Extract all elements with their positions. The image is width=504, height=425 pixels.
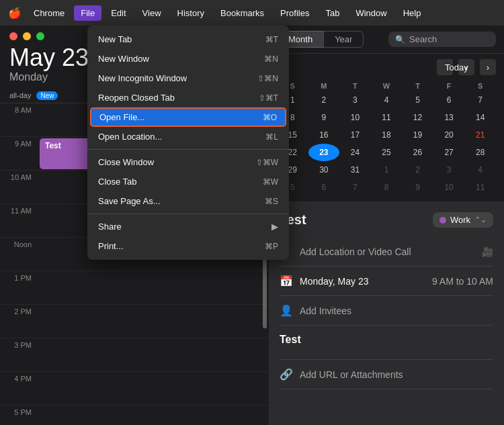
time-content[interactable]: [37, 271, 269, 304]
calendar-day[interactable]: 9: [308, 109, 340, 126]
calendar-day[interactable]: 31: [339, 161, 371, 179]
mini-calendar: Today ‹ › S M T W T F: [269, 54, 504, 201]
shortcut-open-file: ⌘O: [263, 113, 277, 122]
menubar-tab[interactable]: Tab: [319, 5, 346, 21]
calendar-day[interactable]: 12: [402, 109, 433, 126]
menu-reopen-closed-tab[interactable]: Reopen Closed Tab ⇧⌘T: [87, 88, 289, 107]
calendar-day[interactable]: 26: [402, 144, 433, 161]
calendar-day[interactable]: 2: [308, 91, 340, 109]
menubar: 🍎 Chrome File Edit View History Bookmark…: [0, 0, 504, 26]
calendar-day[interactable]: 3: [339, 91, 371, 109]
calendar-day[interactable]: 19: [402, 126, 433, 144]
tab-year[interactable]: Year: [323, 31, 364, 48]
calendar-day[interactable]: 11: [464, 179, 496, 196]
col-thu: T: [402, 81, 433, 91]
next-month-button[interactable]: ›: [480, 59, 496, 75]
menu-open-location[interactable]: Open Location... ⌘L: [87, 127, 289, 146]
col-sat: S: [464, 81, 496, 91]
calendar-icon: 📅: [280, 275, 293, 287]
menu-new-incognito[interactable]: New Incognito Window ⇧⌘N: [87, 68, 289, 88]
time-label: 10 AM: [0, 171, 37, 181]
calendar-day[interactable]: 2: [402, 161, 433, 179]
close-button[interactable]: [9, 32, 17, 40]
calendar-day[interactable]: 9: [402, 179, 433, 196]
attachment-icon: 🔗: [280, 368, 293, 381]
menu-new-window[interactable]: New Window ⌘N: [87, 49, 289, 68]
time-label: Noon: [0, 238, 37, 248]
shortcut-reopen: ⇧⌘T: [259, 93, 278, 103]
separator-2: [87, 214, 289, 214]
calendar-day[interactable]: 4: [371, 91, 403, 109]
calendar-day[interactable]: 25: [371, 144, 403, 161]
menubar-edit[interactable]: Edit: [104, 5, 132, 21]
menubar-chrome[interactable]: Chrome: [27, 5, 71, 21]
allday-label: all-day: [9, 91, 31, 99]
calendar-day[interactable]: 28: [464, 144, 496, 161]
calendar-day[interactable]: 14: [464, 109, 496, 126]
col-wed: W: [371, 81, 403, 91]
menubar-window[interactable]: Window: [349, 5, 393, 21]
menu-close-window[interactable]: Close Window ⇧⌘W: [87, 152, 289, 172]
menubar-view[interactable]: View: [136, 5, 168, 21]
calendar-day[interactable]: 5: [402, 91, 433, 109]
menubar-bookmarks[interactable]: Bookmarks: [214, 5, 271, 21]
menubar-history[interactable]: History: [171, 5, 211, 21]
shortcut-close-tab: ⌘W: [263, 177, 278, 187]
notes-title: Test: [280, 334, 493, 346]
calendar-day[interactable]: 23: [308, 144, 340, 161]
time-label: 5 PM: [0, 406, 37, 416]
calendar-day[interactable]: 20: [433, 126, 465, 144]
prev-month-button[interactable]: ‹: [458, 59, 474, 75]
calendar-day[interactable]: 27: [433, 144, 465, 161]
datetime-row[interactable]: 📅 Monday, May 23 9 AM to 10 AM: [280, 267, 493, 296]
calendar-day[interactable]: 10: [433, 179, 465, 196]
minimize-button[interactable]: [23, 32, 31, 40]
calendar-day[interactable]: 3: [433, 161, 465, 179]
calendar-day[interactable]: 8: [371, 179, 403, 196]
menubar-file[interactable]: File: [74, 5, 101, 21]
search-icon: 🔍: [395, 35, 405, 44]
menu-print[interactable]: Print... ⌘P: [87, 236, 289, 256]
time-content[interactable]: [37, 305, 269, 338]
calendar-day[interactable]: 10: [339, 109, 371, 126]
shortcut-open-location: ⌘L: [265, 132, 278, 142]
calendar-day[interactable]: 6: [433, 91, 465, 109]
calendar-day[interactable]: 7: [339, 179, 371, 196]
location-placeholder: Add Location or Video Call: [300, 246, 411, 257]
calendar-day[interactable]: 16: [308, 126, 340, 144]
calendar-day[interactable]: 13: [433, 109, 465, 126]
search-box[interactable]: 🔍 Search: [388, 32, 496, 47]
time-label: 3 PM: [0, 338, 37, 349]
menubar-help[interactable]: Help: [396, 5, 428, 21]
menu-new-tab[interactable]: New Tab ⌘T: [87, 30, 289, 49]
time-slot-4pm: 4 PM: [0, 372, 269, 406]
event-title-row: Test Work ⌃⌄: [280, 212, 493, 228]
new-event-badge[interactable]: New: [36, 91, 58, 100]
menu-open-file[interactable]: Open File... ⌘O: [90, 107, 286, 127]
calendar-day[interactable]: 11: [371, 109, 403, 126]
time-content[interactable]: [37, 406, 269, 425]
calendar-day[interactable]: 18: [371, 126, 403, 144]
time-content[interactable]: [37, 372, 269, 405]
menubar-profiles[interactable]: Profiles: [274, 5, 316, 21]
menu-close-tab[interactable]: Close Tab ⌘W: [87, 172, 289, 191]
calendar-badge[interactable]: Work ⌃⌄: [433, 212, 493, 228]
calendar-day[interactable]: 30: [308, 161, 340, 179]
menu-save-page[interactable]: Save Page As... ⌘S: [87, 191, 289, 211]
calendar-day[interactable]: 7: [464, 91, 496, 109]
calendar-day[interactable]: 21: [464, 126, 496, 144]
location-row[interactable]: 📍 Add Location or Video Call 🎥: [280, 237, 493, 267]
time-content[interactable]: [37, 338, 269, 371]
calendar-day[interactable]: 4: [464, 161, 496, 179]
apple-menu-icon[interactable]: 🍎: [5, 3, 24, 22]
calendar-day[interactable]: 1: [371, 161, 403, 179]
today-button[interactable]: Today: [437, 59, 453, 75]
invitees-row[interactable]: 👤 Add Invitees: [280, 296, 493, 326]
calendar-day[interactable]: 6: [308, 179, 340, 196]
url-row[interactable]: 🔗 Add URL or Attachments: [280, 360, 493, 389]
calendar-day[interactable]: 24: [339, 144, 371, 161]
time-slot-1pm: 1 PM: [0, 271, 269, 305]
menu-share[interactable]: Share ▶: [87, 217, 289, 236]
calendar-day[interactable]: 17: [339, 126, 371, 144]
maximize-button[interactable]: [36, 32, 44, 40]
